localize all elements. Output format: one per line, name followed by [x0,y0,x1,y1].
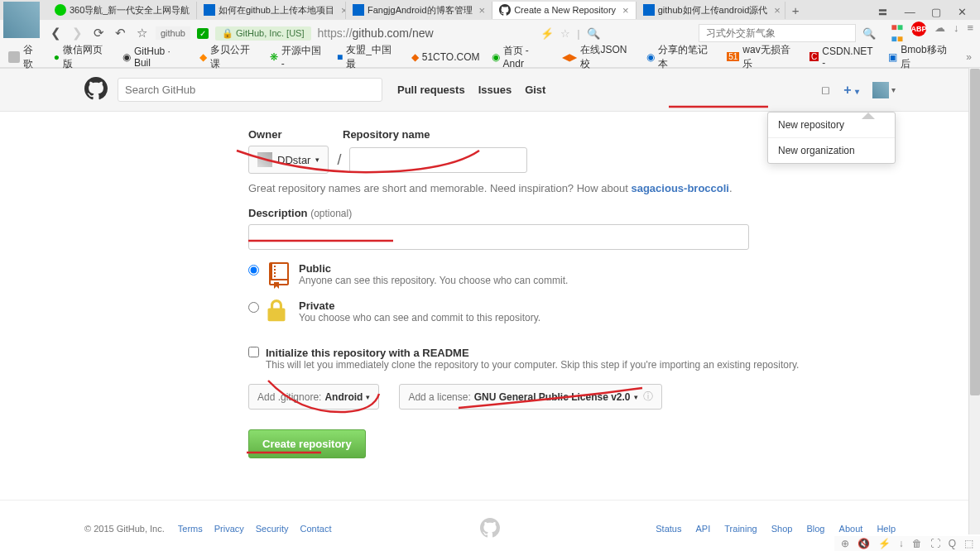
footer-link-help[interactable]: Help [877,524,896,534]
nav-issues[interactable]: Issues [478,84,512,96]
github-footer-logo-icon[interactable] [480,518,500,539]
status-add-icon[interactable]: ⊕ [841,538,849,549]
search-go-icon[interactable]: 🔍 [862,27,876,40]
status-trash-icon[interactable]: 🗑 [912,538,922,549]
tab-title: github如何上传android源代 [658,4,768,17]
bookmark-item[interactable]: 谷歌 [8,43,42,71]
owner-avatar-icon [257,152,272,167]
bookmark-label: CSDN.NET - [822,46,877,69]
page-scrollbar[interactable] [968,68,980,534]
browser-search-input[interactable] [699,24,856,42]
gitignore-selector[interactable]: Add .gitignore: Android ▾ [248,384,379,410]
bookmark-item[interactable]: 51wav无损音乐 [727,43,798,71]
tab-close-icon[interactable]: × [479,4,486,17]
footer-link-shop[interactable]: Shop [771,524,793,534]
bookmark-label: 微信网页版 [63,43,111,71]
browser-tab[interactable]: 360导航_新一代安全上网导航 × [48,2,197,19]
bookmark-label: 友盟_中国最 [346,43,399,71]
scrollbar-thumb[interactable] [970,69,980,395]
bookmark-label: 首页 - Andr [503,44,551,69]
tab-close-icon[interactable]: × [622,4,629,17]
footer-link-privacy[interactable]: Privacy [214,524,244,534]
footer-link-training[interactable]: Training [724,524,757,534]
repository-name-input[interactable] [349,147,527,173]
name-hint: Great repository names are short and mem… [248,182,801,194]
github-search-input[interactable] [118,78,382,102]
bookmark-item[interactable]: ▣Bmob移动后 [888,43,954,71]
status-download-icon[interactable]: ↓ [899,538,904,549]
menu-icon[interactable]: ≡ [967,22,973,45]
private-title: Private [299,299,540,312]
github-logo-icon[interactable] [84,77,108,103]
reload-button[interactable]: ⟳ [91,26,106,41]
nav-gist[interactable]: Gist [525,84,545,96]
nav-pull-requests[interactable]: Pull requests [397,84,465,96]
create-repository-button[interactable]: Create repository [248,429,366,458]
status-zoom-icon[interactable]: Q [949,538,956,549]
footer-link-terms[interactable]: Terms [178,524,203,534]
menu-new-repository[interactable]: New repository [768,113,895,138]
https-lock-badge[interactable]: 🔒 GitHub, Inc. [US] [215,26,311,41]
gitignore-label: Add .gitignore: [257,391,321,403]
note-icon: ◉ [646,51,655,63]
new-tab-button[interactable]: + [785,3,806,17]
back-button[interactable]: ❮ [48,26,63,41]
license-selector[interactable]: Add a license: GNU General Public Licens… [399,384,661,410]
footer-link-blog[interactable]: Blog [806,524,824,534]
adblock-icon[interactable]: ABP [911,22,926,36]
browser-user-avatar[interactable] [3,2,40,38]
undo-button[interactable]: ↶ [113,26,127,41]
user-menu-button[interactable]: ▾ [872,82,896,98]
search-icon[interactable]: 🔍 [587,27,600,40]
csdn-icon: C [809,52,819,61]
bookmark-item[interactable]: ◉首页 - Andr [492,44,551,69]
footer-link-about[interactable]: About [839,524,863,534]
owner-selector[interactable]: DDstar ▾ [248,146,329,174]
bookmark-item[interactable]: ◀▶在线JSON校 [562,43,634,71]
bookmark-item[interactable]: ●微信网页版 [54,43,111,71]
bookmark-item[interactable]: ◉分享的笔记本 [646,43,715,71]
cloud-icon[interactable]: ☁ [934,22,945,45]
readme-checkbox[interactable] [248,347,259,357]
bookmark-item[interactable]: ■友盟_中国最 [337,43,400,71]
star-button[interactable]: ☆ [134,26,149,41]
forward-button[interactable]: ❯ [70,26,84,41]
status-accel-icon[interactable]: ⚡ [878,538,891,549]
bookmark-item[interactable]: CCSDN.NET - [809,46,877,69]
bookmark-item[interactable]: ◉GitHub · Buil [122,46,188,69]
public-radio[interactable] [248,265,259,276]
bookmark-item[interactable]: ◆51CTO.COM [411,51,480,63]
browser-tab[interactable]: 如何在github上上传本地项目 × [197,2,346,19]
num-icon: 51 [727,52,739,61]
footer-link-contact[interactable]: Contact [300,524,332,534]
notifications-icon[interactable]: ◻ [821,84,830,96]
browser-tab[interactable]: github如何上传android源代 × [637,2,785,19]
flash-icon[interactable]: ⚡ [540,27,554,40]
bookmark-item[interactable]: ❋开源中国 - [270,44,325,69]
tab-title: FangjgAndroid的博客管理 [368,4,473,17]
readme-subtitle: This will let you immediately clone the … [266,359,799,371]
browser-tab[interactable]: FangjgAndroid的博客管理 × [346,2,492,19]
tab-close-icon[interactable]: × [774,4,781,17]
apps-icon[interactable]: ■■■■ [891,22,903,45]
footer-link-status[interactable]: Status [656,524,681,534]
browser-tab-active[interactable]: Create a New Repository × [492,2,636,19]
bookmark-item[interactable]: ◆多贝公开课 [199,43,258,71]
status-mute-icon[interactable]: 🔇 [858,538,870,549]
download-icon[interactable]: ↓ [954,22,959,45]
bookmark-overflow-icon[interactable]: » [966,51,972,63]
info-icon[interactable]: ⓘ [643,390,653,404]
footer-link-api[interactable]: API [696,524,711,534]
description-input[interactable] [248,224,749,250]
tab-title: 360导航_新一代安全上网导航 [70,4,190,17]
footer-link-security[interactable]: Security [256,524,289,534]
menu-new-organization[interactable]: New organization [768,138,895,163]
status-100-icon[interactable]: ⬚ [964,538,973,549]
url-display[interactable]: https://github.com/new [318,26,434,40]
status-fullscreen-icon[interactable]: ⛶ [930,538,940,549]
star-icon[interactable]: ☆ [560,27,570,40]
name-suggestion-link[interactable]: sagacious-broccoli [631,182,728,194]
window-controls[interactable]: 〓 — ▢ ✕ [877,5,973,20]
private-radio[interactable] [248,302,259,313]
create-dropdown-button[interactable]: + ▾ [843,83,859,98]
